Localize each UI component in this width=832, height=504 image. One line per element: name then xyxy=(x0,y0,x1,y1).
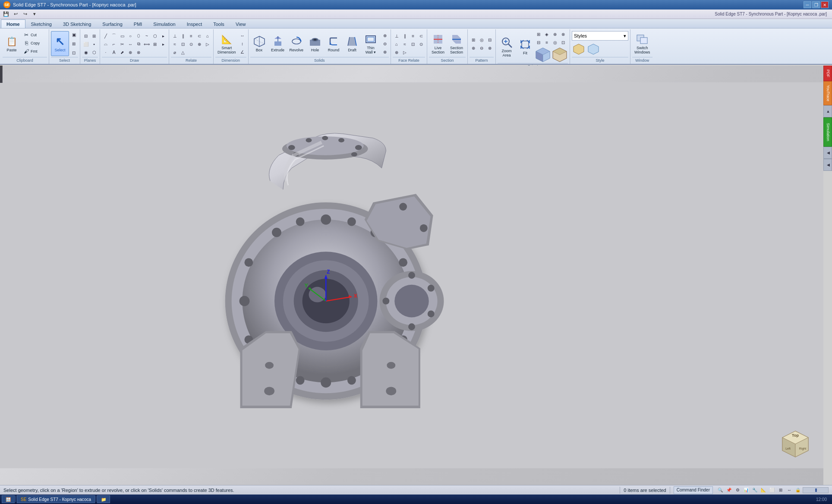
draft-button[interactable]: Draft xyxy=(343,31,361,56)
style-btn-2[interactable] xyxy=(586,42,600,56)
hole-button[interactable]: Hole xyxy=(306,31,324,56)
plane-btn-1[interactable]: ⊟ xyxy=(82,32,90,40)
side-tab-pdf[interactable]: PDF xyxy=(823,66,832,81)
pattern-btn-1[interactable]: ⊞ xyxy=(470,36,477,44)
relate-btn-5[interactable]: ⌂ xyxy=(204,32,211,40)
select-option-3[interactable]: ⊡ xyxy=(69,48,78,57)
dim-angle-btn[interactable]: ∠ xyxy=(239,48,246,56)
relate-btn-9[interactable]: ⊕ xyxy=(195,40,203,48)
tab-surfacing[interactable]: Surfacing xyxy=(97,19,128,28)
tab-home[interactable]: Home xyxy=(1,19,25,28)
fr-btn-9[interactable]: ⊕ xyxy=(393,48,400,56)
draw-line-btn[interactable]: ╱ xyxy=(102,32,110,40)
draw-intersect-btn[interactable]: ⊗ xyxy=(135,48,142,56)
draw-point-btn[interactable]: · xyxy=(102,48,110,56)
live-section-button[interactable]: LiveSection xyxy=(429,31,447,56)
fr-btn-10[interactable]: ▷ xyxy=(401,48,409,56)
relate-btn-7[interactable]: ⊡ xyxy=(179,40,187,48)
relate-btn-1[interactable]: ⊥ xyxy=(171,32,179,40)
extrude-button[interactable]: Extrude xyxy=(269,31,287,56)
pattern-btn-4[interactable]: ⊕ xyxy=(470,44,477,52)
status-icon-1[interactable]: 🔍 xyxy=(716,486,724,494)
fr-btn-3[interactable]: ≡ xyxy=(409,32,417,40)
cube-navigator[interactable]: Top Left Right xyxy=(780,429,810,459)
side-tab-simulation[interactable]: Simulation xyxy=(823,117,832,147)
taskbar-explorer-button[interactable]: 📁 xyxy=(97,495,110,503)
zoom-area-button[interactable]: ZoomArea xyxy=(498,34,516,59)
orient-cube-2[interactable] xyxy=(552,47,568,63)
orient-btn-3[interactable]: ⊕ xyxy=(551,30,559,38)
status-slider[interactable] xyxy=(803,487,829,493)
tab-3d-sketching[interactable]: 3D Sketching xyxy=(57,19,97,28)
section-button[interactable]: SectionSection xyxy=(448,31,466,56)
taskbar-start-button[interactable]: 🪟 xyxy=(2,495,15,503)
switch-windows-button[interactable]: SwitchWindows xyxy=(632,31,652,56)
pattern-btn-3[interactable]: ⊟ xyxy=(486,36,494,44)
orient-cube-1[interactable] xyxy=(535,47,551,63)
select-option-2[interactable]: ⊞ xyxy=(69,39,78,48)
tab-pmi[interactable]: PMI xyxy=(128,19,148,28)
orient-btn-1[interactable]: ⊞ xyxy=(535,30,542,38)
draw-rect-btn[interactable]: ▭ xyxy=(118,32,126,40)
relate-btn-2[interactable]: ∥ xyxy=(179,32,187,40)
qat-save-button[interactable]: 💾 xyxy=(2,10,10,18)
draw-pattern-btn[interactable]: ⊞ xyxy=(151,40,159,48)
taskbar-solid-edge-button[interactable]: SE Solid Edge ST7 - Корпус насоса xyxy=(17,495,95,503)
pattern-btn-2[interactable]: ◎ xyxy=(478,36,485,44)
draw-include-btn[interactable]: ⬈ xyxy=(118,48,126,56)
status-icon-6[interactable]: 📐 xyxy=(760,486,767,494)
status-icon-3[interactable]: ⚙ xyxy=(734,486,741,494)
paste-button[interactable]: 📋 Paste xyxy=(3,31,21,56)
command-finder-button[interactable]: Command Finder xyxy=(674,486,713,494)
relate-btn-12[interactable]: △ xyxy=(179,48,187,56)
status-icon-5[interactable]: 🔧 xyxy=(751,486,759,494)
tab-simulation[interactable]: Simulation xyxy=(148,19,181,28)
solids-more-2[interactable]: ⊖ xyxy=(381,40,389,47)
plane-btn-6[interactable]: ⬡ xyxy=(90,48,98,56)
fr-btn-6[interactable]: ≈ xyxy=(401,40,409,48)
relate-btn-8[interactable]: ⊙ xyxy=(187,40,195,48)
title-bar-controls[interactable]: ─ ❐ ✕ xyxy=(804,1,829,8)
pattern-btn-6[interactable]: ⊗ xyxy=(486,44,494,52)
orient-btn-2[interactable]: ◈ xyxy=(543,30,551,38)
round-button[interactable]: Round xyxy=(325,31,343,56)
tab-sketching[interactable]: Sketching xyxy=(25,19,57,28)
fr-btn-7[interactable]: ⊡ xyxy=(409,40,417,48)
fr-btn-5[interactable]: ⌂ xyxy=(393,40,400,48)
draw-project-btn[interactable]: ⊕ xyxy=(126,48,134,56)
draw-circle-btn[interactable]: ○ xyxy=(126,32,134,40)
draw-spline-btn[interactable]: ~ xyxy=(143,32,151,40)
solids-more-1[interactable]: ⊕ xyxy=(381,32,389,39)
left-drag-handle[interactable] xyxy=(0,66,3,83)
orient-btn-5[interactable]: ⊟ xyxy=(535,38,542,46)
status-icon-2[interactable]: 📌 xyxy=(725,486,733,494)
side-tab-left1[interactable]: ◀ xyxy=(823,147,832,159)
side-tab-left2[interactable]: ◀ xyxy=(823,159,832,171)
status-icon-8[interactable]: ⊞ xyxy=(777,486,785,494)
orient-btn-8[interactable]: ⊡ xyxy=(559,38,567,46)
close-button[interactable]: ✕ xyxy=(821,1,829,8)
fr-btn-2[interactable]: ∥ xyxy=(401,32,409,40)
revolve-button[interactable]: Revolve xyxy=(287,31,306,56)
styles-dropdown[interactable]: Styles ▾ xyxy=(572,31,628,41)
smart-dimension-button[interactable]: 📐 SmartDimension xyxy=(215,31,238,56)
qat-dropdown-button[interactable]: ▾ xyxy=(30,10,39,18)
fr-btn-8[interactable]: ⊙ xyxy=(417,40,425,48)
draw-trim-btn[interactable]: ✂ xyxy=(118,40,126,48)
draw-more-btn[interactable]: ▸ xyxy=(159,32,167,40)
thin-wall-button[interactable]: ThinWall ▾ xyxy=(362,31,380,56)
fr-btn-4[interactable]: ⊂ xyxy=(417,32,425,40)
dim-horiz-btn[interactable]: ↔ xyxy=(239,32,246,39)
relate-btn-6[interactable]: ≈ xyxy=(171,40,179,48)
relate-btn-10[interactable]: ▷ xyxy=(204,40,211,48)
tab-inspect[interactable]: Inspect xyxy=(181,19,208,28)
draw-fillet-btn[interactable]: ⌓ xyxy=(102,40,110,48)
qat-undo-button[interactable]: ↩ xyxy=(11,10,20,18)
relate-btn-4[interactable]: ⊂ xyxy=(195,32,203,40)
plane-btn-3[interactable]: ⬜ xyxy=(82,40,90,48)
box-button[interactable]: Box xyxy=(250,31,268,56)
select-button[interactable]: ↖ Select xyxy=(51,31,69,56)
draw-mirror-btn[interactable]: ⟺ xyxy=(143,40,151,48)
draw-offset-btn[interactable]: ⧉ xyxy=(135,40,142,48)
tab-tools[interactable]: Tools xyxy=(208,19,230,28)
